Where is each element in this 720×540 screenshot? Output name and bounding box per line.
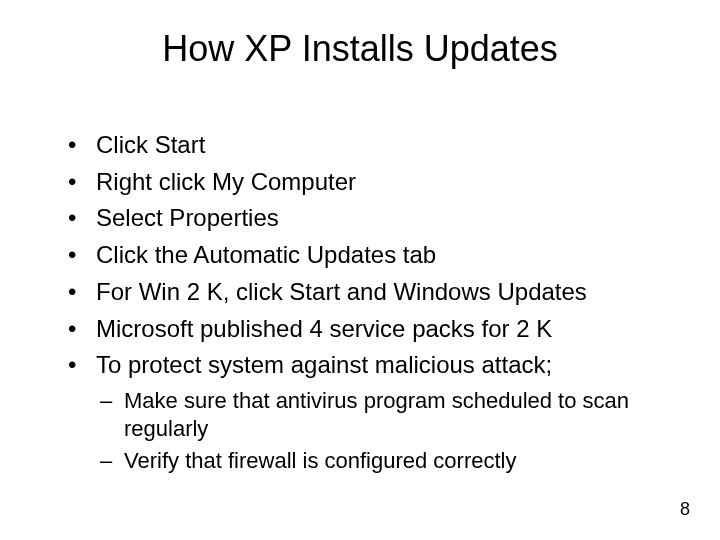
list-item: Microsoft published 4 service packs for … (60, 314, 660, 345)
list-item: Click the Automatic Updates tab (60, 240, 660, 271)
list-item: Verify that firewall is configured corre… (96, 447, 660, 475)
list-item: For Win 2 K, click Start and Windows Upd… (60, 277, 660, 308)
list-item: Select Properties (60, 203, 660, 234)
list-item: To protect system against malicious atta… (60, 350, 660, 381)
sub-bullet-list: Make sure that antivirus program schedul… (60, 387, 660, 475)
slide-title: How XP Installs Updates (0, 28, 720, 70)
list-item: Make sure that antivirus program schedul… (96, 387, 660, 443)
list-item: Click Start (60, 130, 660, 161)
slide: How XP Installs Updates Click Start Righ… (0, 0, 720, 540)
page-number: 8 (680, 499, 690, 520)
slide-body: Click Start Right click My Computer Sele… (60, 130, 660, 480)
list-item: Right click My Computer (60, 167, 660, 198)
bullet-list: Click Start Right click My Computer Sele… (60, 130, 660, 381)
